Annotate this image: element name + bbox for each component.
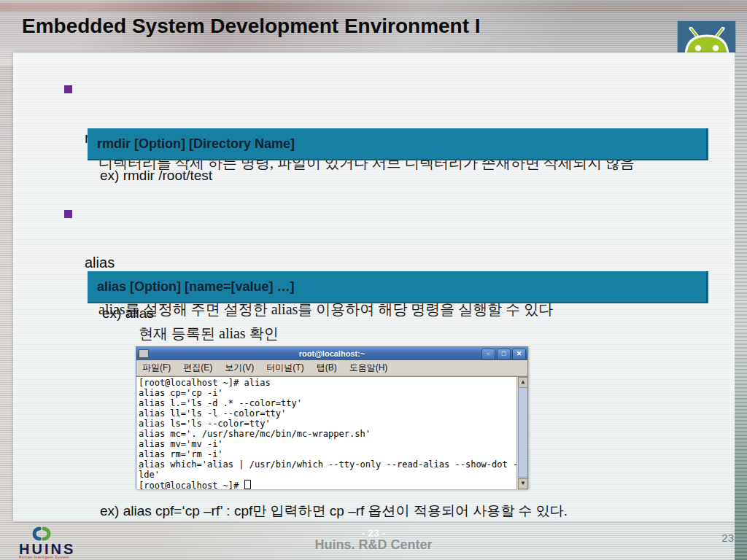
terminal-menu-item[interactable]: 파일(F) xyxy=(142,362,171,374)
terminal-cursor xyxy=(244,480,251,489)
maximize-button[interactable]: □ xyxy=(497,349,511,360)
terminal-line: alias which='alias | /usr/bin/which --tt… xyxy=(139,459,516,470)
rmdir-syntax-banner: rmdir [Option] [Directory Name] xyxy=(88,128,708,160)
terminal-window: root@localhost:~ – □ ✕ 파일(F)편집(E)보기(V)터미… xyxy=(136,346,528,489)
alias-syntax-text: alias [Option] [name=[value] …] xyxy=(97,279,295,295)
bullet-icon xyxy=(64,210,72,218)
terminal-line: alias mc='. /usr/share/mc/bin/mc-wrapper… xyxy=(139,429,516,439)
terminal-title: root@localhost:~ xyxy=(136,349,527,358)
terminal-menubar: 파일(F)편집(E)보기(V)터미널(T)탭(B)도움말(H) xyxy=(136,360,527,376)
terminal-menu-item[interactable]: 탭(B) xyxy=(317,362,337,374)
terminal-line: alias ls='ls --color=tty' xyxy=(139,419,516,429)
terminal-menu-item[interactable]: 편집(E) xyxy=(183,362,212,374)
scroll-up-icon[interactable]: ▲ xyxy=(518,377,527,388)
terminal-titlebar[interactable]: root@localhost:~ – □ ✕ xyxy=(136,347,527,360)
terminal-scrollbar[interactable]: ▲ ▼ xyxy=(516,377,527,489)
terminal-output[interactable]: [root@localhost ~]# aliasalias cp='cp -i… xyxy=(136,376,527,489)
terminal-line: alias mv='mv -i' xyxy=(139,439,516,449)
terminal-app-icon xyxy=(139,349,149,358)
terminal-line: [root@localhost ~]# alias xyxy=(139,378,516,388)
header-red-tint xyxy=(0,3,747,12)
bullet-icon xyxy=(64,85,72,93)
footer: HUINS Human Intelligent System - 23 - Hu… xyxy=(0,521,747,560)
android-robot-icon xyxy=(684,27,729,56)
terminal-lines: [root@localhost ~]# aliasalias cp='cp -i… xyxy=(139,378,516,480)
huins-logo-tagline: Human Intelligent System xyxy=(19,555,92,559)
alias-heading: alias xyxy=(85,254,115,271)
terminal-prompt-line: [root@localhost ~]# xyxy=(139,480,516,489)
minimize-button[interactable]: – xyxy=(481,349,495,360)
alias-syntax-banner: alias [Option] [name=[value] …] xyxy=(88,271,708,303)
content-panel: rmdir (remove directory) 디렉터리를 삭제 하는 명령,… xyxy=(13,52,735,521)
scroll-down-icon[interactable]: ▼ xyxy=(518,478,527,489)
alias-example-description: 현재 등록된 alias 확인 xyxy=(139,324,279,343)
android-logo xyxy=(677,20,736,57)
scrollbar-thumb[interactable] xyxy=(518,387,527,478)
footer-center-text: Huins. R&D Center xyxy=(0,537,747,553)
terminal-prompt: [root@localhost ~]# xyxy=(139,481,244,489)
page-number: 23 xyxy=(721,532,734,544)
right-edge-band xyxy=(735,52,747,560)
terminal-menu-item[interactable]: 터미널(T) xyxy=(266,362,303,374)
slide: Embedded System Development Environment … xyxy=(0,0,747,560)
alias-example: ex) alias xyxy=(102,306,154,322)
page-title: Embedded System Development Environment … xyxy=(22,15,481,38)
terminal-menu-item[interactable]: 도움말(H) xyxy=(349,362,388,374)
terminal-line: lde' xyxy=(139,470,516,480)
close-button[interactable]: ✕ xyxy=(512,349,526,360)
terminal-line: alias ll='ls -l --color=tty' xyxy=(139,408,516,419)
rmdir-syntax-text: rmdir [Option] [Directory Name] xyxy=(97,136,295,152)
terminal-line: alias cp='cp -i' xyxy=(139,388,516,398)
alias-cpf-example: ex) alias cpf=‘cp –rf’ : cpf만 입력하면 cp –r… xyxy=(100,502,568,521)
terminal-line: alias l.='ls -d .* --color=tty' xyxy=(139,398,516,408)
rmdir-example: ex) rmdir /root/test xyxy=(100,168,212,184)
terminal-menu-item[interactable]: 보기(V) xyxy=(225,362,254,374)
terminal-line: alias rm='rm -i' xyxy=(139,449,516,459)
